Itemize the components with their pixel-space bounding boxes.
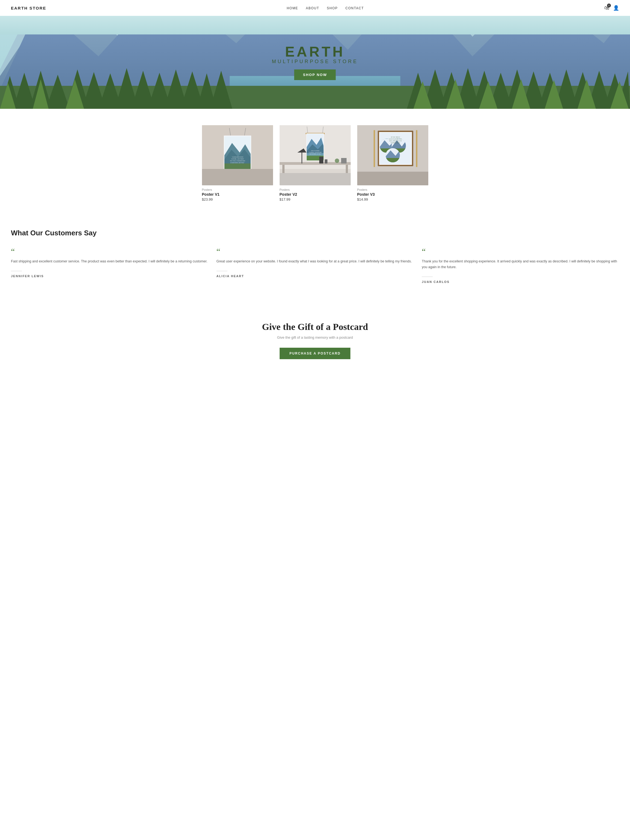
testimonial-name-1: JENNIFER LEWIS bbox=[11, 275, 208, 278]
nav-contact[interactable]: CONTACT bbox=[346, 6, 364, 10]
product-category-v2: Posters bbox=[279, 188, 351, 191]
hero-content: EARTH MULTIPURPOSE STORE SHOP NOW bbox=[272, 44, 358, 80]
svg-text:"LOOK DEEP INTO: "LOOK DEEP INTO bbox=[232, 156, 243, 158]
hero-subtitle: MULTIPURPOSE STORE bbox=[272, 59, 358, 65]
postcard-subtitle: Give the gift of a lasting memory with a… bbox=[11, 335, 619, 339]
nav-shop[interactable]: SHOP bbox=[327, 6, 338, 10]
svg-text:LIFE IS EITHER: LIFE IS EITHER bbox=[311, 150, 319, 152]
cart-badge: 0 bbox=[607, 3, 611, 7]
quote-mark-1: “ bbox=[11, 248, 208, 255]
testimonials-section: What Our Customers Say “ Fast shipping a… bbox=[0, 212, 630, 300]
svg-text:WILL FIND BEAUTY: WILL FIND BEAUTY bbox=[389, 140, 402, 142]
svg-rect-87 bbox=[325, 159, 327, 163]
postcard-title: Give the Gift of a Postcard bbox=[11, 322, 619, 332]
brand-logo[interactable]: EARTH STORE bbox=[11, 6, 46, 10]
svg-text:OR NOTHING AT ALL.: OR NOTHING AT ALL. bbox=[309, 153, 321, 155]
nav-icons: 🛍 0 👤 bbox=[604, 5, 619, 11]
svg-rect-72 bbox=[302, 153, 302, 163]
svg-rect-89 bbox=[341, 158, 347, 163]
testimonial-divider-3 bbox=[422, 276, 433, 277]
testimonial-text-2: Great user experience on your website. I… bbox=[216, 259, 414, 264]
svg-rect-117 bbox=[357, 172, 428, 185]
testimonial-card-3: “ Thank you for the excellent shopping e… bbox=[422, 248, 619, 283]
testimonial-text-1: Fast shipping and excellent customer ser… bbox=[11, 259, 208, 264]
nav-links: HOME ABOUT SHOP CONTACT bbox=[287, 5, 364, 10]
product-image-v2: LIFE IS EITHER A DARING ADVENTURE OR NOT… bbox=[279, 125, 351, 185]
svg-rect-71 bbox=[346, 165, 348, 173]
shop-now-button[interactable]: SHOP NOW bbox=[294, 69, 336, 80]
products-section: "LOOK DEEP INTO NATURE, AND THEN YOU WIL… bbox=[0, 109, 630, 212]
svg-rect-116 bbox=[416, 130, 417, 167]
svg-rect-115 bbox=[374, 130, 375, 167]
product-image-v1: "LOOK DEEP INTO NATURE, AND THEN YOU WIL… bbox=[202, 125, 273, 185]
hero-title: EARTH bbox=[272, 44, 358, 59]
svg-point-88 bbox=[335, 158, 339, 163]
product-price-v1: $23.99 bbox=[202, 197, 273, 202]
nav-home[interactable]: HOME bbox=[287, 6, 298, 10]
product-category-v1: Posters bbox=[202, 188, 273, 191]
product-card-v3[interactable]: IF YOU TRULY LOVE NATURE, YOU WILL FIND … bbox=[357, 125, 428, 202]
testimonial-divider-1 bbox=[11, 271, 22, 271]
svg-text:EVERYTHING BETTER.": EVERYTHING BETTER." bbox=[230, 162, 245, 163]
product-card-v2[interactable]: LIFE IS EITHER A DARING ADVENTURE OR NOT… bbox=[279, 125, 351, 202]
purchase-postcard-button[interactable]: PURCHASE A POSTCARD bbox=[279, 348, 351, 359]
quote-mark-2: “ bbox=[216, 248, 414, 255]
product-image-v3: IF YOU TRULY LOVE NATURE, YOU WILL FIND … bbox=[357, 125, 428, 185]
svg-text:YOU WILL UNDERSTAND: YOU WILL UNDERSTAND bbox=[230, 160, 245, 161]
svg-text:EVERYWHERE.: EVERYWHERE. bbox=[391, 142, 400, 144]
testimonial-name-3: JUAN CARLOS bbox=[422, 280, 619, 283]
testimonial-divider-2 bbox=[216, 271, 227, 271]
testimonials-grid: “ Fast shipping and excellent customer s… bbox=[11, 248, 619, 283]
svg-rect-70 bbox=[282, 165, 284, 173]
svg-text:IF YOU TRULY: IF YOU TRULY bbox=[391, 136, 400, 138]
product-name-v3: Poster V3 bbox=[357, 192, 428, 197]
testimonial-card-1: “ Fast shipping and excellent customer s… bbox=[11, 248, 208, 283]
product-category-v3: Posters bbox=[357, 188, 428, 191]
quote-mark-3: “ bbox=[422, 248, 619, 255]
cart-button[interactable]: 🛍 0 bbox=[604, 5, 609, 11]
nav-about[interactable]: ABOUT bbox=[306, 6, 319, 10]
testimonials-title: What Our Customers Say bbox=[11, 229, 619, 237]
testimonial-text-3: Thank you for the excellent shopping exp… bbox=[422, 259, 619, 270]
product-price-v3: $14.99 bbox=[357, 197, 428, 202]
product-card-v1[interactable]: "LOOK DEEP INTO NATURE, AND THEN YOU WIL… bbox=[202, 125, 273, 202]
testimonial-name-2: ALICIA HEART bbox=[216, 275, 414, 278]
products-grid: "LOOK DEEP INTO NATURE, AND THEN YOU WIL… bbox=[11, 125, 619, 202]
navbar: EARTH STORE HOME ABOUT SHOP CONTACT 🛍 0 … bbox=[0, 0, 630, 16]
svg-rect-86 bbox=[319, 156, 323, 163]
svg-rect-90 bbox=[279, 173, 351, 185]
svg-text:A DARING ADVENTURE: A DARING ADVENTURE bbox=[308, 152, 321, 153]
testimonial-card-2: “ Great user experience on your website.… bbox=[216, 248, 414, 283]
account-button[interactable]: 👤 bbox=[613, 5, 619, 11]
postcard-section: Give the Gift of a Postcard Give the gif… bbox=[0, 300, 630, 381]
hero-section: EARTH MULTIPURPOSE STORE SHOP NOW bbox=[0, 16, 630, 109]
product-name-v2: Poster V2 bbox=[279, 192, 351, 197]
svg-rect-66 bbox=[202, 169, 273, 185]
product-price-v2: $17.99 bbox=[279, 197, 351, 202]
product-name-v1: Poster V1 bbox=[202, 192, 273, 197]
svg-rect-69 bbox=[279, 162, 351, 165]
